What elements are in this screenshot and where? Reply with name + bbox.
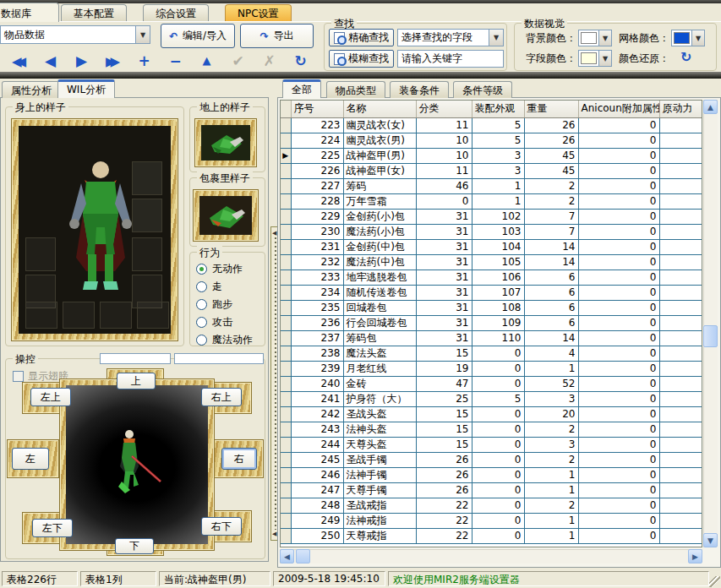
row-indicator-cell[interactable] <box>281 163 291 178</box>
control-input-1[interactable] <box>100 353 171 364</box>
table-cell[interactable]: 6 <box>524 300 578 315</box>
export-button[interactable]: ↷ 导出 <box>240 24 314 48</box>
table-cell[interactable]: 31 <box>416 209 472 224</box>
post-record-icon[interactable]: ✔ <box>222 51 254 71</box>
table-cell[interactable]: 20 <box>524 406 578 422</box>
chevron-down-icon[interactable]: ▼ <box>691 30 704 46</box>
dir-up-button[interactable]: 上 <box>117 373 156 389</box>
table-cell[interactable] <box>659 346 702 361</box>
delete-record-icon[interactable]: − <box>160 51 191 71</box>
col-header-index[interactable]: 序号 <box>291 101 343 117</box>
table-cell[interactable]: 238 <box>291 346 343 361</box>
table-cell[interactable]: 5 <box>472 133 524 148</box>
add-record-icon[interactable]: + <box>128 51 160 71</box>
table-cell[interactable] <box>659 437 702 452</box>
table-cell[interactable]: 0 <box>578 406 659 422</box>
radio-run[interactable]: 跑步 <box>196 297 232 312</box>
row-indicator-cell[interactable] <box>281 513 291 528</box>
table-cell[interactable]: 0 <box>472 498 524 513</box>
table-row[interactable]: 234随机传送卷包3110760 <box>281 285 702 300</box>
table-cell[interactable]: 幽灵战衣(男) <box>343 133 416 148</box>
control-input-2[interactable] <box>174 353 264 364</box>
table-row[interactable]: 245圣战手镯26020 <box>281 452 702 467</box>
chevron-down-icon[interactable]: ▼ <box>598 51 611 66</box>
table-cell[interactable]: 0 <box>472 422 524 437</box>
table-cell[interactable]: 15 <box>416 346 472 361</box>
row-indicator-cell[interactable] <box>281 467 291 482</box>
table-row[interactable]: 244天尊头盔15030 <box>281 437 702 452</box>
table-cell[interactable]: 行会回城卷包 <box>343 315 416 330</box>
table-row[interactable]: 248圣战戒指22020 <box>281 498 702 513</box>
field-color-picker[interactable]: ▼ <box>578 50 612 67</box>
table-cell[interactable]: 地牢逃脱卷包 <box>343 270 416 285</box>
row-indicator-cell[interactable] <box>281 117 291 133</box>
table-cell[interactable]: 242 <box>291 406 343 422</box>
table-row[interactable]: 240金砖470520 <box>281 376 702 391</box>
chevron-down-icon[interactable]: ▼ <box>135 26 150 43</box>
table-cell[interactable]: 魔法药(中)包 <box>343 254 416 270</box>
col-header-look[interactable]: 装配外观 <box>472 101 524 117</box>
table-cell[interactable]: 0 <box>578 330 659 346</box>
col-header-weight[interactable]: 重量 <box>524 101 578 117</box>
table-cell[interactable]: 22 <box>416 528 472 543</box>
tab-general-settings[interactable]: 综合设置 <box>143 4 209 22</box>
table-cell[interactable]: 0 <box>578 498 659 513</box>
table-cell[interactable]: 战神盔甲(女) <box>343 163 416 178</box>
table-cell[interactable]: 245 <box>291 452 343 467</box>
hscroll-thumb[interactable] <box>296 549 310 564</box>
dir-left-button[interactable]: 左 <box>12 448 49 470</box>
table-cell[interactable]: 232 <box>291 254 343 270</box>
table-cell[interactable]: 1 <box>524 467 578 482</box>
table-cell[interactable]: 0 <box>578 254 659 270</box>
edit-record-icon[interactable]: ▲ <box>191 51 222 71</box>
bg-color-picker[interactable]: ▼ <box>578 30 612 46</box>
table-cell[interactable]: 0 <box>578 376 659 391</box>
table-cell[interactable]: 6 <box>524 270 578 285</box>
table-cell[interactable] <box>659 133 702 148</box>
col-header-anicount[interactable]: Anicoun附加属性 <box>578 101 659 117</box>
table-cell[interactable]: 法神手镯 <box>343 467 416 482</box>
grid-color-picker[interactable]: ▼ <box>671 30 705 46</box>
dir-up-right-button[interactable]: 右上 <box>201 388 242 406</box>
table-row[interactable]: 223幽灵战衣(女)115260 <box>281 117 702 133</box>
table-cell[interactable]: 231 <box>291 239 343 254</box>
table-cell[interactable] <box>659 482 702 498</box>
table-cell[interactable]: 0 <box>472 376 524 391</box>
table-cell[interactable]: 237 <box>291 330 343 346</box>
table-cell[interactable]: 金创药(小)包 <box>343 209 416 224</box>
table-cell[interactable]: 102 <box>472 209 524 224</box>
table-row[interactable]: 243法神头盔15020 <box>281 422 702 437</box>
table-cell[interactable]: 0 <box>578 163 659 178</box>
table-cell[interactable]: 0 <box>578 300 659 315</box>
table-cell[interactable]: 0 <box>578 178 659 193</box>
table-cell[interactable] <box>659 498 702 513</box>
table-cell[interactable]: 0 <box>578 117 659 133</box>
row-indicator-cell[interactable] <box>281 376 291 391</box>
restore-color-icon[interactable]: ↻ <box>680 49 691 65</box>
table-cell[interactable]: 249 <box>291 513 343 528</box>
table-cell[interactable] <box>659 528 702 543</box>
table-cell[interactable]: 248 <box>291 498 343 513</box>
table-cell[interactable]: 0 <box>578 133 659 148</box>
table-row[interactable]: 227筹码46120 <box>281 178 702 193</box>
table-cell[interactable]: 108 <box>472 300 524 315</box>
splitter-collapse-icon[interactable]: ◀ <box>272 230 276 237</box>
row-indicator-cell[interactable] <box>281 300 291 315</box>
table-cell[interactable] <box>659 315 702 330</box>
table-cell[interactable]: 0 <box>578 270 659 285</box>
table-hscrollbar[interactable] <box>280 549 702 564</box>
table-cell[interactable]: 103 <box>472 224 524 239</box>
table-cell[interactable]: 22 <box>416 498 472 513</box>
fuzzy-find-button[interactable]: 模糊查找 <box>329 50 394 68</box>
table-cell[interactable]: 0 <box>578 361 659 376</box>
tab-condition-level[interactable]: 条件等级 <box>453 81 512 98</box>
table-cell[interactable]: 天尊头盔 <box>343 437 416 452</box>
table-cell[interactable]: 7 <box>524 209 578 224</box>
table-cell[interactable]: 26 <box>416 467 472 482</box>
table-cell[interactable]: 31 <box>416 315 472 330</box>
table-cell[interactable]: 235 <box>291 300 343 315</box>
dir-down-button[interactable]: 下 <box>115 538 154 554</box>
table-row[interactable]: 250天尊戒指22010 <box>281 528 702 543</box>
table-row[interactable]: 231金创药(中)包31104140 <box>281 239 702 254</box>
table-cell[interactable]: 2 <box>524 452 578 467</box>
